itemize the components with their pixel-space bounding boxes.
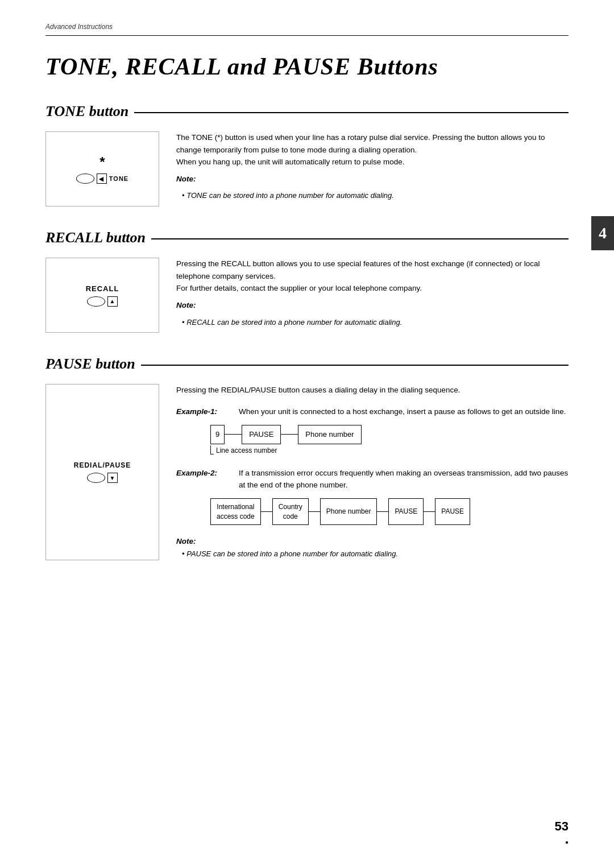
example1-label: Example-1:: [176, 406, 239, 418]
tone-label-row: ◀ TONE: [76, 173, 128, 184]
pause-note-text: • PAUSE can be stored into a phone numbe…: [176, 548, 569, 560]
top-divider: [45, 35, 569, 36]
tone-section-line: [134, 112, 569, 113]
recall-section-text: Pressing the RECALL button allows you to…: [176, 258, 569, 333]
diag2-pause2-box: PAUSE: [435, 498, 470, 526]
tone-oval: [76, 173, 94, 184]
recall-note-label: Note:: [176, 299, 569, 312]
tone-note-text: • TONE can be stored into a phone number…: [176, 189, 569, 202]
example1-row: Example-1: When your unit is connected t…: [176, 406, 569, 418]
tone-desc: The TONE (*) button is used when your li…: [176, 131, 569, 168]
tone-section: TONE button * ◀ TONE The TONE (*) button…: [45, 103, 569, 206]
diag2-pause1-box: PAUSE: [388, 498, 424, 526]
tone-section-content: * ◀ TONE The TONE (*) button is used whe…: [45, 131, 569, 206]
diag2-intl-box: Internationalaccess code: [210, 498, 261, 526]
diagram1-label-row: Line access number: [210, 445, 569, 456]
diag2-c1: [261, 511, 272, 512]
tone-section-title: TONE button: [45, 103, 128, 120]
pause-label-row: ▼: [87, 473, 118, 483]
recall-section-line: [151, 238, 569, 239]
example2-desc: If a transmission error occurs frequentl…: [239, 467, 569, 491]
tone-symbol: *: [99, 154, 105, 170]
recall-section-title: RECALL button: [45, 229, 146, 246]
diag2-c3: [377, 511, 388, 512]
diag1-line1: [225, 434, 242, 435]
pause-down-icon: ▼: [107, 473, 118, 483]
recall-section-content: RECALL ▲ Pressing the RECALL button allo…: [45, 258, 569, 333]
diag1-pause-box: PAUSE: [242, 425, 281, 445]
example1-desc: When your unit is connected to a host ex…: [239, 406, 569, 418]
pause-note-label: Note:: [176, 535, 569, 548]
pause-section-title: PAUSE button: [45, 356, 135, 373]
diagram2-container: Internationalaccess code Countrycode Pho…: [210, 498, 569, 526]
side-tab: 4: [591, 216, 614, 250]
recall-oval: [87, 296, 105, 307]
page-title: TONE, RECALL and PAUSE Buttons: [45, 53, 569, 80]
diagram1-container: 9 PAUSE Phone number Line access number: [210, 425, 569, 457]
recall-triangle-icon: ▲: [107, 296, 118, 307]
diag1-box9: 9: [210, 425, 225, 445]
diag1-line-access-label: Line access number: [216, 445, 277, 456]
diagram2-row: Internationalaccess code Countrycode Pho…: [210, 498, 569, 526]
diag2-c2: [309, 511, 320, 512]
diag2-phone-box: Phone number: [320, 498, 377, 526]
diag2-c4: [424, 511, 435, 512]
example1-block: Example-1: When your unit is connected t…: [176, 406, 569, 457]
pause-oval: [87, 473, 105, 483]
page-dot: ●: [565, 839, 569, 845]
recall-label-text: RECALL: [86, 284, 119, 293]
diagram1-row: 9 PAUSE Phone number: [210, 425, 569, 445]
example2-row: Example-2: If a transmission error occur…: [176, 467, 569, 491]
diag2-country-box: Countrycode: [272, 498, 309, 526]
tone-label-text: TONE: [109, 175, 128, 182]
tone-icon: ◀: [97, 173, 107, 184]
recall-desc: Pressing the RECALL button allows you to…: [176, 258, 569, 295]
pause-label-text: REDIAL/PAUSE: [74, 461, 131, 469]
recall-button-diagram: RECALL ▲: [45, 258, 159, 333]
recall-note-text: • RECALL can be stored into a phone numb…: [176, 316, 569, 329]
diag1-line2: [281, 434, 298, 435]
tone-section-header: TONE button: [45, 103, 569, 120]
pause-section-line: [141, 365, 569, 366]
example2-block: Example-2: If a transmission error occur…: [176, 467, 569, 526]
page-number: 53: [555, 819, 569, 834]
tone-section-text: The TONE (*) button is used when your li…: [176, 131, 569, 206]
pause-section-header: PAUSE button: [45, 356, 569, 373]
pause-button-diagram: REDIAL/PAUSE ▼: [45, 384, 159, 560]
recall-section-header: RECALL button: [45, 229, 569, 246]
pause-section-content: REDIAL/PAUSE ▼ Pressing the REDIAL/PAUSE…: [45, 384, 569, 560]
pause-text-block: Pressing the REDIAL/PAUSE button causes …: [176, 384, 569, 560]
pause-desc: Pressing the REDIAL/PAUSE button causes …: [176, 384, 569, 396]
tone-button-diagram: * ◀ TONE: [45, 131, 159, 206]
breadcrumb: Advanced Instructions: [45, 23, 569, 31]
recall-section: RECALL button RECALL ▲ Pressing the RECA…: [45, 229, 569, 333]
example2-label: Example-2:: [176, 467, 239, 491]
recall-label-row: ▲: [87, 296, 118, 307]
tone-note-label: Note:: [176, 173, 569, 185]
diag1-bracket: [210, 445, 214, 454]
diag1-phone-box: Phone number: [298, 425, 361, 445]
pause-section: PAUSE button REDIAL/PAUSE ▼ Pressing the…: [45, 356, 569, 560]
